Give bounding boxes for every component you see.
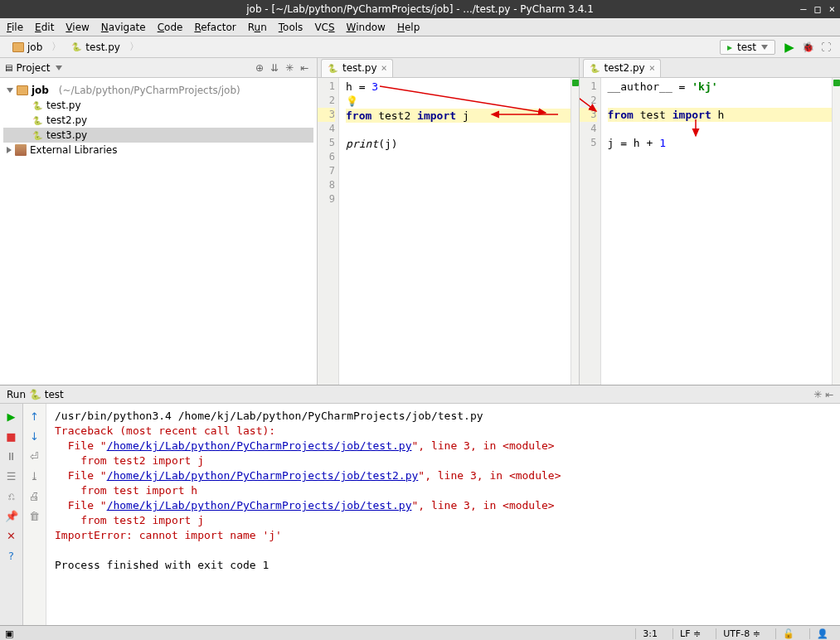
window-title: job - [~/Lab/python/PyCharmProjects/job]…	[246, 3, 594, 15]
scroll-to-end-icon[interactable]: ⤓	[27, 468, 42, 483]
tool-windows-icon[interactable]: ▣	[5, 628, 13, 639]
close-icon[interactable]: ×	[829, 3, 835, 15]
encoding[interactable]: UTF-8 ≑	[716, 628, 767, 639]
error-stripe[interactable]	[571, 78, 579, 385]
hide-icon[interactable]: ⇤	[298, 61, 311, 75]
settings-icon[interactable]: ✳	[813, 389, 822, 400]
close-tab-icon[interactable]: ×	[649, 62, 655, 74]
editor-area: test.py× 123456789 h = 3 💡 from test2 im…	[318, 58, 840, 385]
soft-wrap-icon[interactable]: ⏎	[27, 448, 42, 463]
folder-icon	[12, 42, 24, 52]
run-side-toolbar: ▶ ■ ⏸ ☰ ⎌ 📌 ✕ ?	[0, 404, 23, 625]
code-editor[interactable]: __author__ = 'kj' from test import h j =…	[601, 78, 841, 385]
menu-window[interactable]: Window	[347, 22, 386, 33]
dropdown-icon	[761, 45, 768, 50]
inspection-ok-icon	[833, 80, 840, 86]
menu-help[interactable]: Help	[397, 22, 420, 33]
console-toolbar: ↑ ↓ ⏎ ⤓ 🖨 🗑	[23, 404, 46, 625]
tab-test-py[interactable]: test.py×	[321, 59, 393, 77]
run-config-selector[interactable]: ▸test	[720, 40, 775, 55]
close-tab-icon[interactable]: ×	[381, 62, 387, 74]
breadcrumb-sep-icon: 〉	[129, 40, 139, 54]
python-file-icon	[70, 41, 82, 53]
menu-bar: File Edit View Navigate Code Refactor Ru…	[0, 18, 840, 36]
menu-file[interactable]: File	[7, 22, 23, 33]
file-link[interactable]: /home/kj/Lab/python/PyCharmProjects/job/…	[107, 469, 419, 482]
status-bar: ▣ 3:1 LF ≑ UTF-8 ≑ 🔓 👤	[0, 625, 840, 640]
pin-icon[interactable]: 📌	[4, 508, 19, 523]
line-ending[interactable]: LF ≑	[672, 628, 707, 639]
project-pane: ▤Project ⊕ ⇊ ✳ ⇤ job (~/Lab/python/PyCha…	[0, 58, 318, 385]
python-file-icon	[327, 62, 338, 74]
pause-icon[interactable]: ⏸	[4, 448, 19, 463]
menu-edit[interactable]: Edit	[35, 22, 54, 33]
clear-all-icon[interactable]: 🗑	[27, 508, 42, 523]
dropdown-icon	[56, 65, 62, 70]
collapse-all-icon[interactable]: ⇊	[268, 61, 281, 75]
window-titlebar: job - [~/Lab/python/PyCharmProjects/job]…	[0, 0, 840, 18]
intention-bulb-icon[interactable]: 💡	[346, 95, 358, 107]
inspection-ok-icon	[572, 80, 579, 86]
maximize-icon[interactable]: □	[815, 3, 821, 15]
print-icon[interactable]: 🖨	[27, 488, 42, 503]
scroll-from-source-icon[interactable]: ⊕	[253, 61, 266, 75]
hide-icon[interactable]: ⇤	[825, 389, 833, 400]
tree-file[interactable]: test.py	[3, 98, 313, 113]
file-link[interactable]: /home/kj/Lab/python/PyCharmProjects/job/…	[107, 499, 412, 512]
expand-icon[interactable]	[7, 88, 13, 93]
tree-root[interactable]: job (~/Lab/python/PyCharmProjects/job)	[3, 83, 313, 98]
up-icon[interactable]: ↑	[27, 409, 42, 424]
breadcrumb-root[interactable]: job	[5, 39, 50, 56]
gutter[interactable]: 123456789	[318, 78, 339, 385]
coverage-icon[interactable]: ⛶	[818, 40, 833, 55]
menu-tools[interactable]: Tools	[279, 22, 303, 33]
expand-icon[interactable]	[7, 147, 12, 153]
folder-icon	[17, 85, 28, 95]
tree-file[interactable]: test2.py	[3, 113, 313, 128]
close-icon[interactable]: ✕	[4, 528, 19, 543]
project-title: Project	[16, 62, 50, 74]
breadcrumb-sep-icon: 〉	[51, 40, 61, 54]
restore-layout-icon[interactable]: ⎌	[4, 488, 19, 503]
stop-icon[interactable]: ■	[4, 429, 19, 444]
run-config-name: test	[45, 389, 64, 400]
down-icon[interactable]: ↓	[27, 429, 42, 444]
nav-toolbar: job 〉 test.py 〉 ▸test ▶ 🐞 ⛶	[0, 36, 840, 58]
hector-icon[interactable]: 👤	[809, 628, 835, 639]
editor-right: test2.py× 12345 __author__ = 'kj' from t…	[580, 58, 841, 385]
console-output[interactable]: /usr/bin/python3.4 /home/kj/Lab/python/P…	[46, 404, 840, 625]
python-file-icon	[589, 62, 600, 74]
python-file-icon	[32, 129, 43, 141]
menu-view[interactable]: View	[66, 22, 89, 33]
code-editor[interactable]: h = 3 💡 from test2 import j print(j)	[339, 78, 579, 385]
gutter[interactable]: 12345	[580, 78, 601, 385]
run-panel-label: Run	[7, 389, 26, 400]
menu-code[interactable]: Code	[158, 22, 183, 33]
tree-file-selected[interactable]: test3.py	[3, 128, 313, 143]
settings-icon[interactable]: ✳	[283, 61, 296, 75]
python-file-icon	[32, 114, 43, 126]
tab-test2-py[interactable]: test2.py×	[583, 59, 661, 77]
file-link[interactable]: /home/kj/Lab/python/PyCharmProjects/job/…	[107, 439, 412, 452]
menu-vcs[interactable]: VCS	[314, 22, 334, 33]
project-tree[interactable]: job (~/Lab/python/PyCharmProjects/job) t…	[0, 78, 317, 385]
rerun-icon[interactable]: ▶	[4, 409, 19, 424]
caret-position[interactable]: 3:1	[635, 628, 664, 639]
editor-left: test.py× 123456789 h = 3 💡 from test2 im…	[318, 58, 580, 385]
dump-threads-icon[interactable]: ☰	[4, 468, 19, 483]
python-file-icon	[32, 99, 43, 111]
menu-navigate[interactable]: Navigate	[101, 22, 146, 33]
minimize-icon[interactable]: –	[800, 3, 806, 15]
error-stripe[interactable]	[832, 78, 840, 385]
run-icon[interactable]: ▶	[782, 40, 797, 55]
help-icon[interactable]: ?	[4, 548, 19, 563]
menu-run[interactable]: Run	[248, 22, 267, 33]
lock-icon[interactable]: 🔓	[775, 628, 801, 639]
breadcrumb-file[interactable]: test.py	[63, 39, 128, 56]
tree-external-libs[interactable]: External Libraries	[3, 143, 313, 158]
menu-refactor[interactable]: Refactor	[194, 22, 235, 33]
debug-icon[interactable]: 🐞	[800, 40, 815, 55]
libraries-icon	[15, 144, 27, 156]
run-panel: Run 🐍 test ✳ ⇤ ▶ ■ ⏸ ☰ ⎌ 📌 ✕ ? ↑ ↓ ⏎ ⤓ 🖨…	[0, 385, 840, 625]
